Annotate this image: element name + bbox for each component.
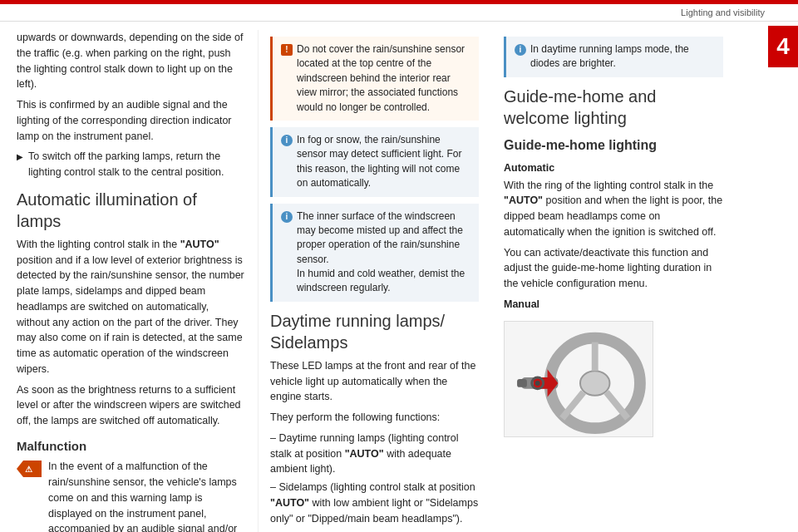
arrow-item-text: To switch off the parking lamps, return … — [28, 149, 244, 180]
top-paragraph-2: This is confirmed by an audible signal a… — [17, 97, 244, 144]
top-paragraph-1: upwards or downwards, depending on the s… — [17, 30, 244, 92]
col-right: i In daytime running lamps mode, the dio… — [490, 30, 765, 532]
info-icon-1: i — [281, 135, 293, 146]
chapter-badge: 4 — [768, 26, 798, 67]
malfunction-title: Malfunction — [17, 437, 244, 456]
manual-label: Manual — [504, 297, 723, 313]
svg-line-5 — [562, 392, 584, 418]
automatic-body: With the ring of the lighting control st… — [504, 178, 723, 240]
steering-image — [504, 321, 653, 437]
section-auto-body-2: As soon as the brightness returns to a s… — [17, 382, 244, 429]
daytime-body-2: They perform the following functions: — [270, 410, 479, 426]
svg-rect-8 — [517, 379, 527, 387]
daytime-title: Daytime running lamps/Sidelamps — [270, 310, 479, 353]
info-box-1-text: In fog or snow, the rain/sunshine sensor… — [297, 133, 470, 191]
col-left: upwards or downwards, depending on the s… — [0, 30, 258, 532]
auto-bold-1: "AUTO" — [180, 239, 219, 250]
page-container: Lighting and visibility 4 upwards or dow… — [0, 0, 798, 532]
automatic-label: Automatic — [504, 160, 723, 176]
info-box-2: i The inner surface of the windscreen ma… — [270, 204, 479, 302]
warn-box-text: Do not cover the rain/sunshine sensor lo… — [297, 42, 470, 115]
daytime-body-1: These LED lamps at the front and rear of… — [270, 358, 479, 405]
warn-icon: ! — [281, 44, 293, 56]
col-mid: ! Do not cover the rain/sunshine sensor … — [258, 30, 490, 532]
info-box-2-text: The inner surface of the windscreen may … — [297, 209, 470, 296]
section-auto-title: Automatic illumination of lamps — [17, 189, 244, 232]
right-info-box: i In daytime running lamps mode, the dio… — [504, 37, 723, 77]
daytime-list-item-2: Sidelamps (lighting control stalk at pos… — [270, 480, 479, 526]
page-header: Lighting and visibility — [0, 4, 798, 22]
guide-title: Guide-me-home and welcome lighting — [504, 86, 723, 129]
svg-line-6 — [607, 392, 628, 418]
daytime-list: Daytime running lamps (lighting control … — [270, 431, 479, 527]
guide-subtitle: Guide-me-home lighting — [504, 135, 723, 155]
malfunction-body-text: In the event of a malfunction of the rai… — [48, 459, 244, 532]
daytime-list-item-1: Daytime running lamps (lighting control … — [270, 431, 479, 477]
info-box-1: i In fog or snow, the rain/sunshine sens… — [270, 127, 479, 197]
content-area: 4 upwards or downwards, depending on the… — [0, 22, 798, 532]
malfunction-section: Malfunction ⚠ In the event of a malfunct… — [17, 437, 244, 532]
section-auto-body-1: With the lighting control stalk in the "… — [17, 237, 244, 377]
svg-point-3 — [580, 371, 609, 396]
right-info-icon: i — [515, 44, 526, 56]
right-info-box-text: In daytime running lamps mode, the diode… — [530, 42, 715, 71]
malfunction-body: ⚠ In the event of a malfunction of the r… — [17, 459, 244, 532]
warn-box: ! Do not cover the rain/sunshine sensor … — [270, 37, 479, 121]
svg-point-11 — [535, 381, 540, 386]
info-icon-2: i — [281, 211, 293, 223]
malfunction-icon: ⚠ — [17, 461, 43, 477]
arrow-item: To switch off the parking lamps, return … — [17, 149, 244, 180]
chapter-label: Lighting and visibility — [681, 7, 765, 17]
automatic-body-2: You can activate/deactivate this functio… — [504, 245, 723, 292]
svg-text:⚠: ⚠ — [25, 465, 32, 474]
